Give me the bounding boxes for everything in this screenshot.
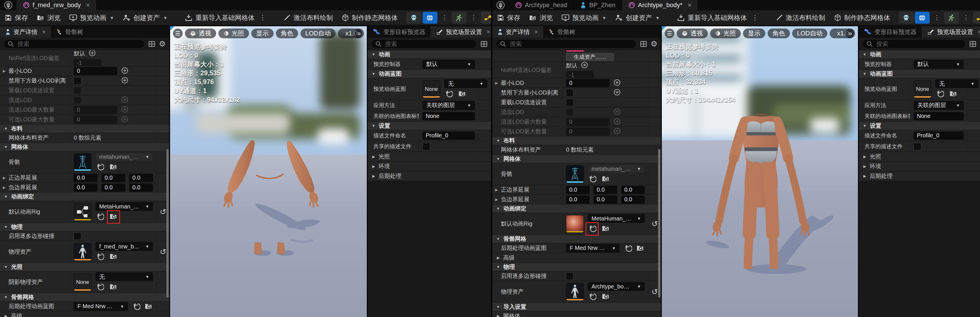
viewport-LOD自动-button[interactable]: LOD自动 bbox=[792, 29, 827, 38]
dropdown-默认[interactable]: 默认▼ bbox=[914, 60, 964, 68]
number-input[interactable]: 0 bbox=[74, 67, 117, 75]
viewport-expand-button[interactable]: » bbox=[354, 29, 364, 38]
viewport-透视-button[interactable]: 透视 bbox=[677, 29, 708, 38]
browse-to-asset-button[interactable] bbox=[601, 225, 610, 233]
close-tab-icon[interactable]: × bbox=[534, 28, 538, 36]
collapsed-环境[interactable]: ▶环境 bbox=[859, 162, 980, 171]
dropdown-MetaHuman_ControlRig[interactable]: MetaHuman_ControlRig▼ bbox=[95, 202, 153, 211]
section-动画[interactable]: ▼动画 bbox=[859, 50, 980, 59]
browse-to-asset-button[interactable] bbox=[601, 175, 610, 184]
vector-input[interactable]: 0.0 bbox=[129, 184, 153, 192]
browse-to-asset-button[interactable] bbox=[109, 283, 118, 292]
shortcut-nodes-button[interactable] bbox=[481, 12, 491, 24]
checkbox[interactable] bbox=[74, 87, 81, 94]
expander-icon[interactable]: ▶ bbox=[3, 69, 6, 73]
skeleton-thumbnail[interactable] bbox=[566, 165, 584, 183]
use-selected-asset-button[interactable] bbox=[444, 90, 453, 98]
dropdown-无[interactable]: 无▼ bbox=[95, 273, 153, 281]
number-input[interactable]: 0 bbox=[566, 79, 609, 87]
browse-asset-icon[interactable] bbox=[144, 303, 153, 310]
view-options-icon[interactable] bbox=[640, 40, 647, 48]
shortcut-skeleton-button[interactable] bbox=[407, 12, 422, 24]
collapsed-网格体[interactable]: ▶网格体 bbox=[492, 311, 661, 317]
section-动画蓝图[interactable]: ▼动画蓝图 bbox=[368, 70, 491, 78]
add-override-button[interactable] bbox=[614, 79, 620, 87]
controlrig-thumbnail[interactable] bbox=[74, 203, 91, 221]
toolbar-button-制作静态网格体[interactable]: 制作静态网格体 bbox=[834, 13, 890, 22]
viewport[interactable]: ☰透视光照显示角色LOD自动x1.0»正在预览参考姿势LOD：0当前屏幕大小：1… bbox=[170, 26, 367, 317]
none-thumbnail[interactable]: None bbox=[74, 273, 91, 291]
add-override-button[interactable] bbox=[89, 50, 96, 58]
viewport-expand-button[interactable]: » bbox=[845, 29, 855, 38]
add-override-button[interactable] bbox=[121, 96, 128, 104]
search-input[interactable]: 搜索 bbox=[371, 40, 477, 49]
tab-preview-scene-settings[interactable]: 预览场景设置× bbox=[431, 26, 491, 38]
number-input[interactable]: 0 bbox=[566, 128, 609, 136]
vector-input[interactable]: 0.0 bbox=[102, 184, 125, 192]
reset-to-default-button[interactable]: ↺ bbox=[652, 287, 658, 296]
checkbox[interactable] bbox=[74, 233, 81, 240]
use-selected-asset-button[interactable] bbox=[935, 90, 944, 98]
collapsed-光照[interactable]: ▶光照 bbox=[368, 152, 491, 162]
physics-asset-thumbnail[interactable] bbox=[74, 243, 91, 261]
text-input[interactable]: None bbox=[914, 112, 964, 120]
section-设置[interactable]: ▼设置 bbox=[859, 122, 980, 130]
checkbox[interactable] bbox=[423, 143, 430, 150]
dropdown-关联的图层[interactable]: 关联的图层▼ bbox=[423, 101, 475, 110]
dropdown-metahuman_base_skel[interactable]: metahuman_base_skel▼ bbox=[95, 152, 153, 161]
add-override-button[interactable] bbox=[121, 76, 128, 85]
tab-preview-scene-settings[interactable]: 预览场景设置× bbox=[922, 26, 980, 38]
tab-skeleton-tree[interactable]: 骨骼树 bbox=[543, 26, 581, 38]
dropdown-关联的图层[interactable]: 关联的图层▼ bbox=[914, 101, 964, 110]
search-input[interactable]: 搜索 bbox=[862, 40, 966, 49]
dropdown-MetaHuman_ControlRig[interactable]: MetaHuman_ControlRig▼ bbox=[588, 214, 645, 223]
expander-icon[interactable]: ▶ bbox=[495, 188, 498, 192]
section-动画[interactable]: ▼动画 bbox=[368, 50, 491, 59]
use-selected-asset-button[interactable] bbox=[95, 252, 104, 261]
collapsed-后期处理[interactable]: ▶后期处理 bbox=[368, 171, 491, 181]
use-selected-asset-button[interactable] bbox=[588, 292, 597, 301]
toolbar-button-制作静态网格体[interactable]: 制作静态网格体 bbox=[342, 13, 398, 22]
toolbar-button-预览动画[interactable]: 预览动画▼ bbox=[562, 13, 606, 22]
more-options-icon[interactable]: ⋮ bbox=[752, 14, 759, 22]
tab-asset-details[interactable]: 资产详情× bbox=[492, 26, 543, 38]
viewport-显示-button[interactable]: 显示 bbox=[251, 29, 274, 38]
checkbox[interactable] bbox=[74, 97, 81, 104]
toolbar-button-激活布料绘制[interactable]: 激活布料绘制 bbox=[776, 13, 825, 22]
checkbox[interactable] bbox=[914, 143, 921, 150]
dropdown-f_med_nrw_body_Physics[interactable]: f_med_nrw_body_Physics▼ bbox=[95, 242, 153, 251]
section-设置[interactable]: ▼设置 bbox=[368, 122, 491, 130]
use-selected-asset-button[interactable] bbox=[588, 175, 597, 184]
browse-to-asset-button[interactable] bbox=[458, 90, 466, 98]
view-options-icon[interactable] bbox=[148, 40, 156, 48]
add-override-button[interactable] bbox=[614, 127, 620, 136]
add-override-button[interactable] bbox=[581, 62, 588, 70]
checkbox[interactable] bbox=[74, 77, 81, 84]
add-override-button[interactable] bbox=[614, 108, 620, 116]
dropdown-默认[interactable]: 默认▼ bbox=[423, 60, 475, 68]
checkbox[interactable] bbox=[566, 89, 573, 97]
vector-input[interactable]: 0.0 bbox=[129, 174, 153, 182]
reset-to-default-button[interactable]: ↺ bbox=[652, 219, 658, 228]
shortcut-more-options[interactable]: ⋮ bbox=[468, 14, 480, 21]
collapsed-后期处理[interactable]: ▶后期处理 bbox=[859, 171, 980, 181]
unreal-logo[interactable] bbox=[492, 0, 509, 10]
tab-morph-target-previewer[interactable]: 变形目标预览器 bbox=[859, 26, 922, 38]
section-导入设置[interactable]: ▼导入设置 bbox=[492, 303, 661, 311]
number-input[interactable]: 0 bbox=[74, 116, 117, 124]
doc-tab-Archtype_body*[interactable]: Archtype_body*× bbox=[622, 0, 698, 10]
browse-asset-icon[interactable] bbox=[636, 244, 645, 252]
collapsed-高级[interactable]: ▶高级 bbox=[492, 253, 661, 263]
dropdown-metahuman_base_skel[interactable]: metahuman_base_skel▼ bbox=[588, 165, 645, 173]
expander-icon[interactable]: ▶ bbox=[3, 176, 6, 180]
none-thumbnail[interactable]: None bbox=[914, 80, 931, 98]
number-input[interactable]: 0 bbox=[74, 106, 117, 114]
shortcut-skeleton-button[interactable] bbox=[899, 12, 914, 24]
add-override-button[interactable] bbox=[614, 118, 620, 126]
section-物理[interactable]: ▼物理 bbox=[492, 263, 661, 271]
browse-to-asset-button[interactable] bbox=[109, 252, 118, 261]
dropdown-F Med Nrw Animbp[interactable]: F Med Nrw Animbp▼ bbox=[566, 244, 619, 252]
toolbar-button-创建资产[interactable]: 创建资产▼ bbox=[615, 13, 660, 22]
checkbox[interactable] bbox=[566, 99, 573, 106]
viewport-LOD自动-button[interactable]: LOD自动 bbox=[301, 29, 336, 38]
